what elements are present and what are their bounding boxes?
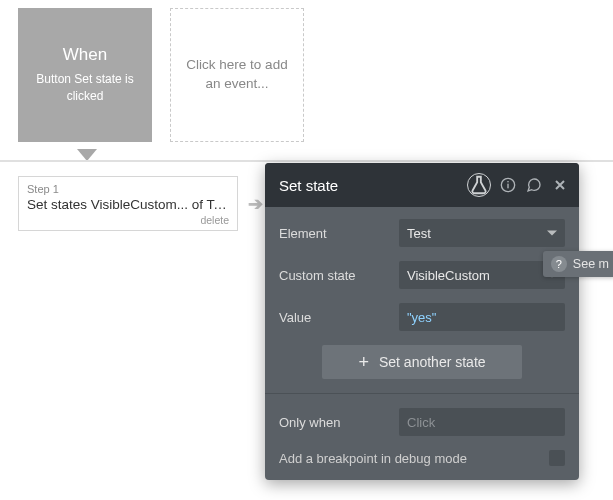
event-title: When	[63, 45, 107, 65]
event-subtitle: Button Set state is clicked	[26, 71, 144, 105]
svg-rect-2	[507, 181, 508, 182]
row-custom-state: Custom state VisibleCustom	[279, 261, 565, 289]
close-icon[interactable]	[551, 176, 569, 194]
arrow-right-icon: ➔	[248, 193, 263, 215]
steps-row: Step 1 Set states VisibleCustom... of Te…	[18, 176, 263, 231]
comment-icon[interactable]	[525, 176, 543, 194]
row-only-when: Only when Click	[279, 408, 565, 436]
panel-body: Element Test Custom state VisibleCustom …	[265, 207, 579, 480]
input-value-text: "yes"	[407, 310, 436, 325]
breakpoint-checkbox[interactable]	[549, 450, 565, 466]
event-add-card[interactable]: Click here to add an event...	[170, 8, 304, 142]
label-value: Value	[279, 310, 399, 325]
input-only-when[interactable]: Click	[399, 408, 565, 436]
help-icon: ?	[551, 256, 567, 272]
only-when-placeholder: Click	[407, 415, 435, 430]
set-another-state-button[interactable]: + Set another state	[322, 345, 522, 379]
set-another-state-label: Set another state	[379, 354, 486, 370]
see-more-text: See m	[573, 257, 609, 271]
label-custom-state: Custom state	[279, 268, 399, 283]
panel-divider	[265, 393, 579, 394]
panel-title: Set state	[279, 177, 467, 194]
events-row: When Button Set state is clicked Click h…	[0, 0, 613, 142]
event-card-selected[interactable]: When Button Set state is clicked	[18, 8, 152, 142]
plus-icon: +	[358, 353, 369, 371]
select-element[interactable]: Test	[399, 219, 565, 247]
panel-header: Set state	[265, 163, 579, 207]
label-breakpoint: Add a breakpoint in debug mode	[279, 451, 467, 466]
horizontal-divider	[0, 160, 613, 162]
see-more-tab[interactable]: ? See m	[543, 251, 613, 277]
row-breakpoint: Add a breakpoint in debug mode	[279, 450, 565, 466]
step-description: Set states VisibleCustom... of Test	[27, 197, 229, 212]
step-card[interactable]: Step 1 Set states VisibleCustom... of Te…	[18, 176, 238, 231]
select-element-value: Test	[407, 226, 431, 241]
label-element: Element	[279, 226, 399, 241]
step-delete-link[interactable]: delete	[27, 214, 229, 226]
input-value[interactable]: "yes"	[399, 303, 565, 331]
svg-rect-1	[507, 184, 508, 189]
row-element: Element Test	[279, 219, 565, 247]
label-only-when: Only when	[279, 415, 399, 430]
flask-icon[interactable]	[467, 173, 491, 197]
property-panel: Set state Element Test Custom st	[265, 163, 579, 480]
step-number-label: Step 1	[27, 183, 229, 195]
info-icon[interactable]	[499, 176, 517, 194]
row-value: Value "yes"	[279, 303, 565, 331]
select-custom-state[interactable]: VisibleCustom	[399, 261, 565, 289]
chevron-down-icon	[547, 231, 557, 236]
select-custom-state-value: VisibleCustom	[407, 268, 490, 283]
event-add-text: Click here to add an event...	[179, 56, 295, 94]
